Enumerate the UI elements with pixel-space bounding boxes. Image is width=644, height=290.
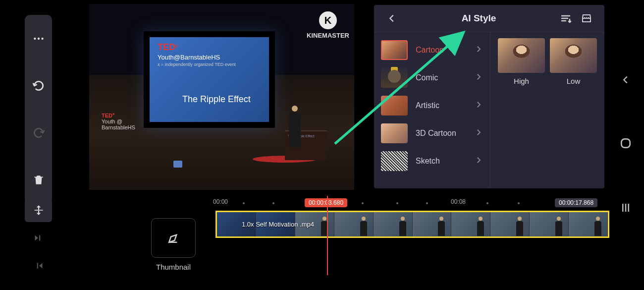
- kinemaster-logo-icon: K: [319, 11, 337, 29]
- 3d-cartoon-thumb-icon: [381, 123, 408, 143]
- style-label: Comic: [416, 73, 474, 82]
- ruler-start: 00:00: [213, 198, 228, 205]
- quality-options: High Low: [490, 32, 604, 188]
- svg-point-0: [34, 37, 36, 39]
- chevron-right-icon: [474, 45, 483, 56]
- redo-button[interactable]: [25, 109, 52, 156]
- stage-side-badge: TEDx Youth @ BarnstableHS: [102, 112, 135, 130]
- style-item-comic[interactable]: Comic: [374, 64, 490, 92]
- end-time-pill: 00:00:17.868: [555, 198, 597, 207]
- style-item-3d-cartoon[interactable]: 3D Cartoon: [374, 119, 490, 147]
- thumbnail-label: Thumbnail: [149, 263, 198, 271]
- svg-rect-4: [621, 139, 630, 148]
- sort-button[interactable]: [558, 10, 574, 26]
- watermark: K KINEMASTER: [307, 11, 349, 39]
- menu-button[interactable]: [620, 202, 632, 216]
- video-preview[interactable]: TEDx Youth@BarnstableHS x = independentl…: [89, 4, 354, 190]
- left-toolbar: [25, 15, 52, 203]
- watermark-text: KINEMASTER: [307, 32, 349, 39]
- style-label: Artistic: [416, 101, 474, 110]
- timeline: Thumbnail 00:00 00:00:03.680 00:08 00:00…: [149, 196, 609, 285]
- left-toolbar-bottom: [25, 198, 52, 282]
- timeline-ruler[interactable]: 00:00 00:00:03.680 00:08 00:00:17.868: [213, 198, 609, 208]
- current-time-pill: 00:00:03.680: [305, 198, 347, 207]
- back-button[interactable]: [384, 10, 400, 26]
- quality-low-label: Low: [550, 77, 597, 85]
- delete-button[interactable]: [25, 156, 52, 203]
- jump-next-button[interactable]: [25, 254, 52, 278]
- chevron-right-icon: [474, 156, 483, 167]
- quality-high[interactable]: High: [498, 38, 545, 85]
- chevron-right-icon: [474, 72, 483, 83]
- video-track[interactable]: 1.0x Self Motivation .mp4: [215, 211, 609, 238]
- clip-label: 1.0x Self Motivation .mp4: [242, 221, 314, 228]
- right-edge-nav: [612, 0, 639, 290]
- slide-title: The Ripple Effect: [182, 94, 261, 105]
- store-button[interactable]: [579, 10, 594, 26]
- panel-title: AI Style: [400, 13, 558, 24]
- cartoon-thumb-icon: [381, 40, 408, 60]
- record-button[interactable]: [619, 137, 632, 152]
- style-item-cartoon[interactable]: Cartoon: [374, 36, 490, 64]
- style-label: Cartoon: [416, 46, 474, 55]
- panel-header: AI Style: [374, 5, 604, 32]
- svg-point-2: [41, 37, 43, 39]
- quality-low[interactable]: Low: [550, 38, 597, 85]
- quality-high-label: High: [498, 77, 545, 85]
- svg-rect-7: [628, 204, 629, 212]
- quality-low-thumb: [550, 38, 597, 73]
- ai-style-panel: AI Style Cartoon Comic Artistic: [374, 5, 604, 188]
- ruler-mid: 00:08: [451, 198, 466, 205]
- undo-button[interactable]: [25, 62, 52, 109]
- thumbnail-button-group: Thumbnail: [149, 218, 198, 271]
- style-list: Cartoon Comic Artistic 3D Cartoon: [374, 32, 490, 188]
- style-item-sketch[interactable]: Sketch: [374, 147, 490, 175]
- style-item-artistic[interactable]: Artistic: [374, 92, 490, 119]
- timeline-height-button[interactable]: [25, 198, 52, 222]
- thumbnail-edit-button[interactable]: [151, 218, 196, 258]
- more-button[interactable]: [25, 15, 52, 62]
- playhead[interactable]: [327, 196, 328, 275]
- style-label: Sketch: [416, 157, 474, 166]
- presentation-slide: TEDx Youth@BarnstableHS x = independentl…: [144, 31, 275, 128]
- slide-brand: TED: [158, 42, 175, 52]
- jump-prev-button[interactable]: [25, 226, 52, 250]
- speaker-figure: [285, 106, 305, 155]
- sketch-thumb-icon: [381, 151, 408, 171]
- comic-thumb-icon: [381, 68, 408, 88]
- svg-rect-5: [622, 204, 624, 212]
- svg-rect-6: [625, 204, 626, 212]
- collapse-button[interactable]: [620, 74, 631, 87]
- slide-tagline: x = independently organized TED event: [158, 62, 261, 67]
- chevron-right-icon: [474, 100, 483, 111]
- slide-subtitle: Youth@BarnstableHS: [158, 54, 261, 61]
- artistic-thumb-icon: [381, 96, 408, 116]
- chevron-right-icon: [474, 128, 483, 139]
- style-label: 3D Cartoon: [416, 129, 474, 138]
- quality-high-thumb: [498, 38, 545, 73]
- svg-point-1: [37, 37, 39, 39]
